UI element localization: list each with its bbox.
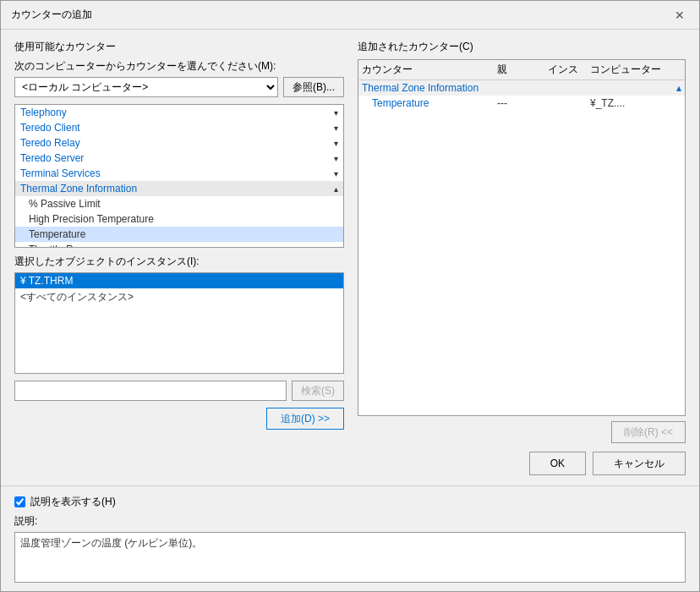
bottom-section: 説明を表示する(H) 説明: 温度管理ゾーンの温度 (ケルビン単位)。 bbox=[1, 485, 699, 591]
list-item-high-precision[interactable]: High Precision Temperature bbox=[15, 211, 343, 227]
list-item-throttle-reasons[interactable]: Throttle Reasons bbox=[15, 242, 343, 247]
chevron-up-icon: ▴ bbox=[334, 184, 338, 194]
instance-item-tz-thrm[interactable]: ¥ TZ.THRM bbox=[15, 273, 343, 288]
explain-text: 温度管理ゾーンの温度 (ケルビン単位)。 bbox=[20, 537, 202, 549]
ref-button[interactable]: 参照(B)... bbox=[283, 77, 344, 97]
counter-list-container: Telephony ▾ Teredo Client ▾ Teredo Relay… bbox=[14, 104, 344, 248]
available-counters-label: 使用可能なカウンター bbox=[14, 40, 344, 54]
cancel-button[interactable]: キャンセル bbox=[593, 452, 686, 475]
chevron-down-icon: ▾ bbox=[334, 123, 338, 133]
computer-select[interactable]: <ローカル コンピューター> bbox=[14, 77, 278, 97]
instance-label: 選択したオブジェクトのインスタンス(I): bbox=[14, 255, 344, 269]
chevron-down-icon: ▾ bbox=[334, 169, 338, 178]
counter-list[interactable]: Telephony ▾ Teredo Client ▾ Teredo Relay… bbox=[15, 105, 343, 247]
add-row: 追加(D) >> bbox=[14, 408, 344, 430]
title-bar: カウンターの追加 ✕ bbox=[1, 1, 699, 30]
instance-list[interactable]: ¥ TZ.THRM <すべてのインスタンス> bbox=[14, 272, 344, 374]
item-parent: --- bbox=[497, 97, 548, 109]
right-panel: 追加されたカウンター(C) カウンター 親 インス コンピューター Therma… bbox=[358, 40, 686, 443]
search-input[interactable] bbox=[14, 381, 287, 401]
list-item-temperature[interactable]: Temperature bbox=[15, 227, 343, 242]
computer-select-label: 次のコンピューターからカウンターを選んでください(M): bbox=[14, 59, 344, 74]
add-counter-dialog: カウンターの追加 ✕ 使用可能なカウンター 次のコンピューターからカウンターを選… bbox=[0, 0, 700, 592]
group-counter-name: Thermal Zone Information bbox=[362, 82, 497, 94]
chevron-up-icon: ▴ bbox=[676, 82, 681, 94]
close-button[interactable]: ✕ bbox=[670, 6, 689, 25]
explain-checkbox[interactable] bbox=[14, 496, 25, 507]
explain-check-label[interactable]: 説明を表示する(H) bbox=[30, 495, 116, 509]
list-item-thermal-zone[interactable]: Thermal Zone Information ▴ bbox=[15, 181, 343, 196]
chevron-down-icon: ▾ bbox=[334, 139, 338, 148]
instance-item-all[interactable]: <すべてのインスタンス> bbox=[15, 288, 343, 306]
header-counter: カウンター bbox=[362, 63, 497, 77]
explain-box: 温度管理ゾーンの温度 (ケルビン単位)。 bbox=[14, 532, 686, 583]
list-item-terminal-services[interactable]: Terminal Services ▾ bbox=[15, 166, 343, 181]
ok-button[interactable]: OK bbox=[529, 452, 586, 475]
dialog-body: 使用可能なカウンター 次のコンピューターからカウンターを選んでください(M): … bbox=[1, 30, 699, 485]
remove-button[interactable]: 削除(R) << bbox=[611, 421, 686, 443]
explain-check-row: 説明を表示する(H) bbox=[14, 495, 686, 509]
item-computer: ¥_TZ.... bbox=[590, 97, 681, 109]
item-counter-name: Temperature bbox=[362, 97, 497, 109]
added-table-container: カウンター 親 インス コンピューター Thermal Zone Informa… bbox=[358, 59, 686, 416]
list-item[interactable]: Teredo Client ▾ bbox=[15, 120, 343, 135]
list-item[interactable]: Telephony ▾ bbox=[15, 105, 343, 120]
remove-row: 削除(R) << bbox=[358, 421, 686, 443]
table-row: Thermal Zone Information ▴ bbox=[358, 80, 685, 96]
table-body: Thermal Zone Information ▴ Temperature -… bbox=[358, 80, 685, 415]
add-button[interactable]: 追加(D) >> bbox=[266, 408, 344, 430]
chevron-down-icon: ▾ bbox=[334, 154, 338, 163]
search-row: 検索(S) bbox=[14, 381, 344, 401]
table-row: Temperature --- ¥_TZ.... bbox=[358, 96, 685, 111]
explain-label: 説明: bbox=[14, 514, 686, 529]
dialog-title: カウンターの追加 bbox=[11, 8, 92, 22]
ok-cancel-row: OK キャンセル bbox=[14, 452, 686, 475]
table-header: カウンター 親 インス コンピューター bbox=[358, 60, 685, 80]
search-button[interactable]: 検索(S) bbox=[292, 381, 344, 401]
header-computer: コンピューター bbox=[590, 63, 681, 77]
list-item-passive-limit[interactable]: % Passive Limit bbox=[15, 196, 343, 211]
chevron-down-icon: ▾ bbox=[334, 108, 338, 118]
computer-row: <ローカル コンピューター> 参照(B)... bbox=[14, 77, 344, 97]
list-item[interactable]: Teredo Relay ▾ bbox=[15, 135, 343, 151]
panels-container: 使用可能なカウンター 次のコンピューターからカウンターを選んでください(M): … bbox=[14, 40, 686, 443]
instance-section: 選択したオブジェクトのインスタンス(I): ¥ TZ.THRM <すべてのインス… bbox=[14, 255, 344, 374]
list-item[interactable]: Teredo Server ▾ bbox=[15, 151, 343, 166]
header-parent: 親 bbox=[497, 63, 548, 77]
header-instance: インス bbox=[548, 63, 590, 77]
added-counters-label: 追加されたカウンター(C) bbox=[358, 40, 686, 54]
left-panel: 使用可能なカウンター 次のコンピューターからカウンターを選んでください(M): … bbox=[14, 40, 344, 443]
